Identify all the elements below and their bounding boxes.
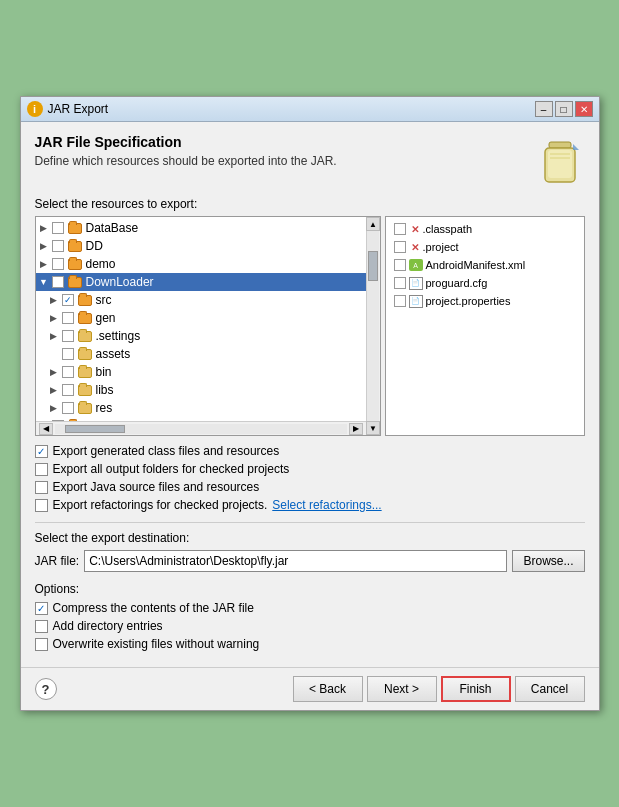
jar-file-label: JAR file: [35,554,80,568]
right-checkbox-projectproperties[interactable] [394,295,406,307]
checkbox-settings[interactable] [62,330,74,342]
finish-button[interactable]: Finish [441,676,511,702]
checkbox-compress[interactable]: ✓ [35,602,48,615]
tree-item-settings[interactable]: ▶ .settings [36,327,366,345]
left-tree-panel[interactable]: ▶ DataBase ▶ DD [35,216,381,436]
checkbox-gen[interactable] [62,312,74,324]
tree-item-downloader[interactable]: ▼ DownLoader [36,273,366,291]
checkbox-bin[interactable] [62,366,74,378]
jar-file-input[interactable] [84,550,507,572]
label-output: Export all output folders for checked pr… [53,462,290,476]
label-projectproperties: project.properties [426,295,511,307]
checkbox-refactorings[interactable] [35,499,48,512]
tree-item-dd[interactable]: ▶ DD [36,237,366,255]
right-tree-panel: ✕ .classpath ✕ .project A AndroidManifes… [385,216,585,436]
minimize-button[interactable]: – [535,101,553,117]
help-button[interactable]: ? [35,678,57,700]
next-button[interactable]: Next > [367,676,437,702]
label-project: .project [423,241,459,253]
x-icon-classpath: ✕ [409,223,421,235]
left-tree-scrollbar-v[interactable]: ▲ ▼ [366,217,380,435]
option-overwrite: Overwrite existing files without warning [35,637,585,651]
svg-marker-5 [573,144,579,150]
link-select-refactorings[interactable]: Select refactorings... [272,498,381,512]
checkbox-src[interactable]: ✓ [62,294,74,306]
checkbox-dd[interactable] [52,240,64,252]
scroll-thumb[interactable] [368,251,378,281]
label-directory: Add directory entries [53,619,163,633]
expand-arrow-downloader: ▼ [38,276,50,288]
cancel-button[interactable]: Cancel [515,676,585,702]
destination-label: Select the export destination: [35,531,585,545]
item-label-src: src [96,293,112,307]
right-item-classpath[interactable]: ✕ .classpath [390,220,580,238]
h-scroll-thumb[interactable] [65,425,125,433]
right-item-androidmanifest[interactable]: A AndroidManifest.xml [390,256,580,274]
dialog-icon: i [27,101,43,117]
close-button[interactable]: ✕ [575,101,593,117]
checkbox-output[interactable] [35,463,48,476]
title-bar: i JAR Export – □ ✕ [21,97,599,122]
right-item-projectproperties[interactable]: 📄 project.properties [390,292,580,310]
scroll-right-btn[interactable]: ▶ [349,423,363,435]
right-checkbox-androidmanifest[interactable] [394,259,406,271]
label-java: Export Java source files and resources [53,480,260,494]
tree-item-res[interactable]: ▶ res [36,399,366,417]
right-panel-content: ✕ .classpath ✕ .project A AndroidManifes… [386,217,584,313]
checkbox-assets[interactable] [62,348,74,360]
right-checkbox-project[interactable] [394,241,406,253]
checkbox-directory[interactable] [35,620,48,633]
expand-arrow-libs: ▶ [48,384,60,396]
left-tree-content: ▶ DataBase ▶ DD [36,217,380,435]
back-button[interactable]: < Back [293,676,363,702]
expand-arrow-bin: ▶ [48,366,60,378]
checkbox-java[interactable] [35,481,48,494]
label-classpath: .classpath [423,223,473,235]
android-icon-androidmanifest: A [409,259,423,271]
tree-item-database[interactable]: ▶ DataBase [36,219,366,237]
left-tree-scroll: ▶ DataBase ▶ DD [36,217,380,435]
item-label-bin: bin [96,365,112,379]
folder-icon-gen [78,313,92,324]
maximize-button[interactable]: □ [555,101,573,117]
checkbox-demo[interactable] [52,258,64,270]
right-checkbox-classpath[interactable] [394,223,406,235]
item-label-settings: .settings [96,329,141,343]
right-item-project[interactable]: ✕ .project [390,238,580,256]
item-label-libs: libs [96,383,114,397]
section-desc: Define which resources should be exporte… [35,154,337,168]
scroll-up-btn[interactable]: ▲ [366,217,380,231]
right-item-proguardcfg[interactable]: 📄 proguard.cfg [390,274,580,292]
label-androidmanifest: AndroidManifest.xml [426,259,526,271]
checkbox-libs[interactable] [62,384,74,396]
tree-item-bin[interactable]: ▶ bin [36,363,366,381]
nav-buttons: < Back Next > Finish Cancel [293,676,585,702]
svg-rect-0 [549,142,571,148]
title-bar-left: i JAR Export [27,101,109,117]
tree-item-libs[interactable]: ▶ libs [36,381,366,399]
item-label-assets: assets [96,347,131,361]
checkbox-overwrite[interactable] [35,638,48,651]
header-text: JAR File Specification Define which reso… [35,134,337,178]
label-proguardcfg: proguard.cfg [426,277,488,289]
checkbox-database[interactable] [52,222,64,234]
tree-item-src[interactable]: ▶ ✓ src [36,291,366,309]
left-tree-scrollbar-h[interactable]: ◀ ▶ [36,421,366,435]
browse-button[interactable]: Browse... [512,550,584,572]
right-checkbox-proguardcfg[interactable] [394,277,406,289]
tree-item-assets[interactable]: ▶ assets [36,345,366,363]
expand-arrow-dd: ▶ [38,240,50,252]
checkbox-downloader[interactable] [52,276,64,288]
checkbox-res[interactable] [62,402,74,414]
export-options-section: ✓ Export generated class files and resou… [35,444,585,512]
scroll-left-btn[interactable]: ◀ [39,423,53,435]
jar-file-row: JAR file: Browse... [35,550,585,572]
tree-item-gen[interactable]: ▶ gen [36,309,366,327]
file-icon-proguardcfg: 📄 [409,277,423,290]
expand-arrow-demo: ▶ [38,258,50,270]
jar-options-section: Options: ✓ Compress the contents of the … [35,582,585,651]
checkbox-generated[interactable]: ✓ [35,445,48,458]
folder-icon-downloader [68,277,82,288]
scroll-down-btn[interactable]: ▼ [366,421,380,435]
tree-item-demo[interactable]: ▶ demo [36,255,366,273]
